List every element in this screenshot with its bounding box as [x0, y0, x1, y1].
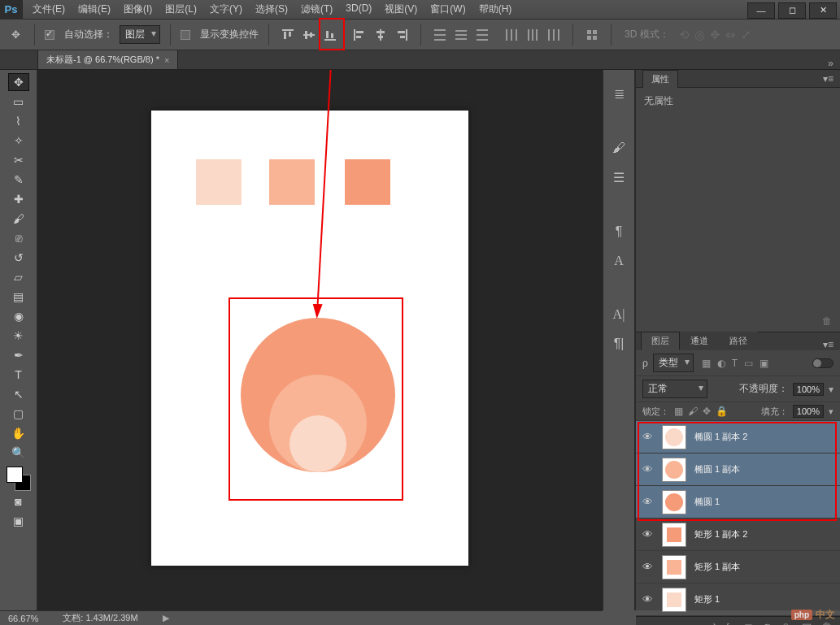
properties-panel-menu-icon[interactable]: ▾≡	[823, 73, 833, 85]
dodge-tool[interactable]: ☀	[8, 327, 29, 345]
screen-mode-toggle[interactable]: ▣	[8, 512, 29, 530]
blur-tool[interactable]: ◉	[8, 307, 29, 325]
menu-image[interactable]: 图像(I)	[117, 0, 159, 20]
layer-visibility-icon[interactable]: 👁	[642, 496, 654, 508]
menu-help[interactable]: 帮助(H)	[472, 0, 519, 20]
menu-window[interactable]: 窗口(W)	[424, 0, 472, 20]
dock-para-styles-icon[interactable]: ¶|	[614, 336, 625, 351]
layer-visibility-icon[interactable]: 👁	[642, 561, 654, 573]
lasso-tool[interactable]: ⌇	[8, 112, 29, 130]
eraser-tool[interactable]: ▱	[8, 268, 29, 286]
magic-wand-tool[interactable]: ✧	[8, 132, 29, 150]
distribute-left-button[interactable]	[503, 26, 520, 44]
align-bottom-button[interactable]	[321, 26, 339, 44]
layer-row[interactable]: 👁椭圆 1 副本 2	[636, 421, 840, 454]
lock-transparency-icon[interactable]: ▦	[674, 406, 683, 417]
maximize-button[interactable]: ◻	[778, 2, 806, 19]
path-select-tool[interactable]: ↖	[8, 385, 29, 403]
tab-channels[interactable]: 通道	[680, 332, 719, 350]
close-button[interactable]: ✕	[809, 2, 837, 19]
hand-tool[interactable]: ✋	[8, 424, 29, 442]
brush-tool[interactable]: 🖌	[8, 210, 29, 228]
3d-roll-icon[interactable]: ◎	[694, 28, 705, 42]
layer-row[interactable]: 👁矩形 1 副本 2	[636, 519, 840, 551]
eyedropper-tool[interactable]: ✎	[8, 171, 29, 189]
status-zoom[interactable]: 66.67%	[8, 614, 38, 623]
align-hcenter-button[interactable]	[372, 26, 390, 44]
tab-overflow-button[interactable]: »	[821, 58, 840, 69]
filter-pixel-icon[interactable]: ▦	[702, 358, 711, 369]
shape-tool[interactable]: ▢	[8, 405, 29, 423]
3d-slide-icon[interactable]: ⇔	[725, 28, 736, 42]
link-layers-icon[interactable]: ⇄	[707, 621, 716, 625]
align-left-button[interactable]	[350, 26, 368, 44]
crop-tool[interactable]: ✂	[8, 151, 29, 169]
marquee-tool[interactable]: ▭	[8, 93, 29, 111]
type-tool[interactable]: T	[8, 366, 29, 384]
opacity-value[interactable]: 100%	[793, 383, 824, 396]
distribute-vcenter-button[interactable]	[452, 26, 470, 44]
distribute-hcenter-button[interactable]	[524, 26, 542, 44]
document-tab[interactable]: 未标题-1 @ 66.7%(RGB/8) * ×	[37, 50, 178, 69]
distribute-right-button[interactable]	[545, 26, 563, 44]
foreground-color-swatch[interactable]	[7, 467, 23, 483]
auto-align-button[interactable]	[583, 26, 601, 44]
quick-mask-toggle[interactable]: ◙	[8, 493, 29, 510]
menu-3d[interactable]: 3D(D)	[339, 0, 378, 20]
zoom-tool[interactable]: 🔍	[8, 444, 29, 462]
dock-brush-presets-icon[interactable]: ☰	[613, 170, 625, 185]
align-right-button[interactable]	[393, 26, 411, 44]
auto-select-dropdown[interactable]: 图层	[120, 25, 160, 44]
color-swatches[interactable]	[7, 467, 31, 491]
layer-row[interactable]: 👁椭圆 1 副本	[636, 454, 840, 486]
show-transform-checkbox[interactable]	[181, 30, 190, 40]
3d-scale-icon[interactable]: ⤢	[741, 28, 751, 42]
pen-tool[interactable]: ✒	[8, 346, 29, 364]
auto-select-checkbox[interactable]	[45, 30, 54, 40]
lock-pixels-icon[interactable]: 🖌	[688, 406, 698, 417]
layer-visibility-icon[interactable]: 👁	[642, 528, 654, 540]
menu-select[interactable]: 选择(S)	[249, 0, 294, 20]
menu-layer[interactable]: 图层(L)	[159, 0, 203, 20]
status-arrow-icon[interactable]: ▶	[163, 613, 169, 623]
layer-visibility-icon[interactable]: 👁	[642, 431, 654, 443]
3d-pan-icon[interactable]: ✥	[710, 28, 720, 42]
filter-smart-icon[interactable]: ▣	[759, 358, 768, 369]
layer-row[interactable]: 👁椭圆 1	[636, 486, 840, 519]
healing-brush-tool[interactable]: ✚	[8, 190, 29, 208]
3d-orbit-icon[interactable]: ⟲	[679, 28, 690, 42]
properties-trash-icon[interactable]: 🗑	[822, 315, 832, 327]
menu-type[interactable]: 文字(Y)	[203, 0, 249, 20]
dock-brush-icon[interactable]: 🖌	[612, 141, 625, 155]
filter-shape-icon[interactable]: ▭	[744, 358, 753, 369]
dock-paragraph-icon[interactable]: ¶	[616, 224, 623, 239]
distribute-bottom-button[interactable]	[473, 26, 491, 44]
fill-value[interactable]: 100%	[793, 405, 824, 418]
layer-visibility-icon[interactable]: 👁	[642, 463, 654, 475]
move-tool[interactable]: ✥	[8, 73, 29, 91]
layer-mask-icon[interactable]: ◻	[744, 621, 753, 625]
dock-history-icon[interactable]: ≣	[614, 86, 625, 102]
document-tab-close-icon[interactable]: ×	[164, 55, 169, 65]
dock-char-styles-icon[interactable]: A|	[613, 307, 625, 322]
layers-filter-switch[interactable]	[812, 358, 833, 368]
tab-layers[interactable]: 图层	[641, 332, 680, 350]
dock-character-icon[interactable]: A	[614, 254, 624, 268]
align-vcenter-button[interactable]	[300, 26, 318, 44]
clone-stamp-tool[interactable]: ⎚	[8, 229, 29, 247]
menu-edit[interactable]: 编辑(E)	[72, 0, 117, 20]
layers-filter-dropdown[interactable]: 类型	[653, 354, 694, 372]
layer-row[interactable]: 👁矩形 1 副本	[636, 551, 840, 584]
layer-visibility-icon[interactable]: 👁	[642, 593, 654, 605]
menu-file[interactable]: 文件(E)	[26, 0, 72, 20]
adjustment-layer-icon[interactable]: ◐	[763, 621, 772, 625]
history-brush-tool[interactable]: ↺	[8, 249, 29, 267]
canvas-area[interactable]	[37, 70, 603, 610]
layers-panel-menu-icon[interactable]: ▾≡	[816, 339, 840, 350]
filter-type-icon[interactable]: T	[732, 358, 738, 369]
lock-all-icon[interactable]: 🔒	[716, 406, 728, 417]
filter-adjust-icon[interactable]: ◐	[717, 358, 725, 369]
distribute-top-button[interactable]	[431, 26, 449, 44]
menu-view[interactable]: 视图(V)	[378, 0, 424, 20]
properties-tab[interactable]: 属性	[642, 70, 678, 88]
